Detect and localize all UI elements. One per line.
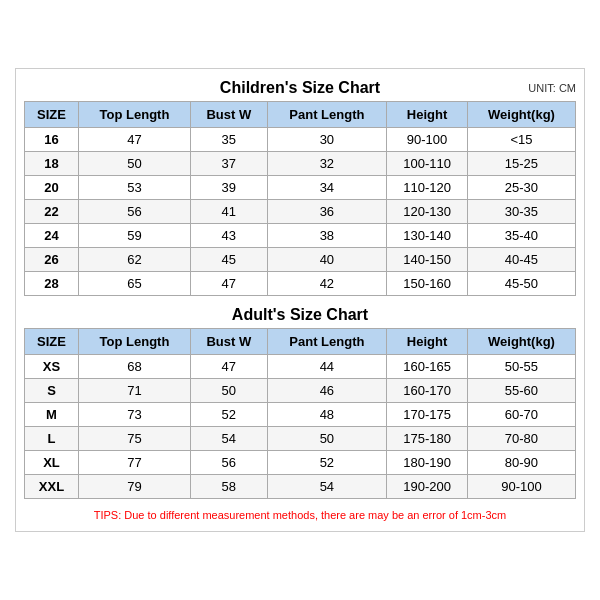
- children-title-row: Children's Size Chart UNIT: CM: [24, 79, 576, 97]
- header-bust-w: Bust W: [191, 102, 268, 128]
- table-cell: M: [25, 403, 79, 427]
- table-cell: 20: [25, 176, 79, 200]
- table-row: XXL795854190-20090-100: [25, 475, 576, 499]
- table-cell: 90-100: [467, 475, 575, 499]
- table-cell: 43: [191, 224, 268, 248]
- table-cell: 190-200: [387, 475, 468, 499]
- table-cell: 77: [78, 451, 190, 475]
- table-cell: 37: [191, 152, 268, 176]
- table-cell: 54: [267, 475, 387, 499]
- table-row: L755450175-18070-80: [25, 427, 576, 451]
- adult-title: Adult's Size Chart: [232, 306, 368, 324]
- adult-header-top-length: Top Length: [78, 329, 190, 355]
- table-cell: 58: [191, 475, 268, 499]
- table-cell: 56: [78, 200, 190, 224]
- table-cell: 22: [25, 200, 79, 224]
- header-height: Height: [387, 102, 468, 128]
- table-cell: 40-45: [467, 248, 575, 272]
- table-cell: 68: [78, 355, 190, 379]
- table-cell: 120-130: [387, 200, 468, 224]
- table-cell: 70-80: [467, 427, 575, 451]
- header-weight: Weight(kg): [467, 102, 575, 128]
- table-cell: 50: [191, 379, 268, 403]
- table-cell: 25-30: [467, 176, 575, 200]
- table-cell: 54: [191, 427, 268, 451]
- adult-size-table: SIZE Top Length Bust W Pant Length Heigh…: [24, 328, 576, 499]
- table-cell: 52: [191, 403, 268, 427]
- adult-header-bust-w: Bust W: [191, 329, 268, 355]
- table-cell: 24: [25, 224, 79, 248]
- table-cell: 180-190: [387, 451, 468, 475]
- adult-header-weight: Weight(kg): [467, 329, 575, 355]
- table-cell: 30-35: [467, 200, 575, 224]
- adult-header-height: Height: [387, 329, 468, 355]
- table-cell: 150-160: [387, 272, 468, 296]
- adult-header-size: SIZE: [25, 329, 79, 355]
- table-cell: 18: [25, 152, 79, 176]
- table-row: 18503732100-11015-25: [25, 152, 576, 176]
- unit-label: UNIT: CM: [528, 82, 576, 94]
- table-row: 22564136120-13030-35: [25, 200, 576, 224]
- table-cell: 71: [78, 379, 190, 403]
- table-cell: S: [25, 379, 79, 403]
- table-cell: XL: [25, 451, 79, 475]
- children-header-row: SIZE Top Length Bust W Pant Length Heigh…: [25, 102, 576, 128]
- table-cell: 15-25: [467, 152, 575, 176]
- table-cell: 28: [25, 272, 79, 296]
- table-cell: 47: [191, 272, 268, 296]
- table-cell: XS: [25, 355, 79, 379]
- table-cell: 75: [78, 427, 190, 451]
- table-cell: 45: [191, 248, 268, 272]
- header-pant-length: Pant Length: [267, 102, 387, 128]
- chart-wrapper: Children's Size Chart UNIT: CM SIZE Top …: [15, 68, 585, 532]
- table-cell: 160-170: [387, 379, 468, 403]
- table-cell: 60-70: [467, 403, 575, 427]
- table-cell: 100-110: [387, 152, 468, 176]
- table-cell: 45-50: [467, 272, 575, 296]
- table-cell: 62: [78, 248, 190, 272]
- table-row: S715046160-17055-60: [25, 379, 576, 403]
- table-cell: 50: [267, 427, 387, 451]
- table-cell: 34: [267, 176, 387, 200]
- header-top-length: Top Length: [78, 102, 190, 128]
- table-cell: 73: [78, 403, 190, 427]
- tips-text: TIPS: Due to different measurement metho…: [24, 509, 576, 521]
- table-cell: 79: [78, 475, 190, 499]
- table-cell: 90-100: [387, 128, 468, 152]
- table-cell: 39: [191, 176, 268, 200]
- table-cell: 65: [78, 272, 190, 296]
- table-cell: 53: [78, 176, 190, 200]
- table-cell: <15: [467, 128, 575, 152]
- table-cell: 30: [267, 128, 387, 152]
- table-cell: 59: [78, 224, 190, 248]
- table-cell: 46: [267, 379, 387, 403]
- table-row: 20533934110-12025-30: [25, 176, 576, 200]
- table-cell: 48: [267, 403, 387, 427]
- table-cell: 130-140: [387, 224, 468, 248]
- table-cell: 41: [191, 200, 268, 224]
- table-cell: 140-150: [387, 248, 468, 272]
- children-title: Children's Size Chart: [220, 79, 380, 97]
- table-cell: 36: [267, 200, 387, 224]
- table-cell: 35-40: [467, 224, 575, 248]
- table-cell: 50: [78, 152, 190, 176]
- table-cell: 175-180: [387, 427, 468, 451]
- children-size-table: SIZE Top Length Bust W Pant Length Heigh…: [24, 101, 576, 296]
- adult-header-pant-length: Pant Length: [267, 329, 387, 355]
- table-cell: 26: [25, 248, 79, 272]
- table-cell: 160-165: [387, 355, 468, 379]
- table-cell: L: [25, 427, 79, 451]
- table-row: XL775652180-19080-90: [25, 451, 576, 475]
- table-cell: 47: [191, 355, 268, 379]
- table-row: 26624540140-15040-45: [25, 248, 576, 272]
- table-cell: 47: [78, 128, 190, 152]
- table-cell: 42: [267, 272, 387, 296]
- table-row: 24594338130-14035-40: [25, 224, 576, 248]
- table-cell: XXL: [25, 475, 79, 499]
- table-row: XS684744160-16550-55: [25, 355, 576, 379]
- table-row: 1647353090-100<15: [25, 128, 576, 152]
- table-cell: 44: [267, 355, 387, 379]
- table-cell: 56: [191, 451, 268, 475]
- table-row: 28654742150-16045-50: [25, 272, 576, 296]
- table-cell: 170-175: [387, 403, 468, 427]
